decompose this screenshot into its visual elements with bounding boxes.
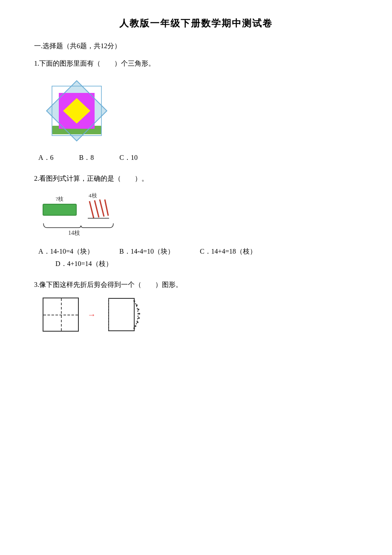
svg-point-17 — [138, 317, 140, 319]
question-2-image: ?枝 4枝 14枝 — [43, 192, 128, 239]
question-1-text: 1.下面的图形里面有（ ）个三角形。 — [34, 58, 358, 70]
svg-line-8 — [100, 199, 104, 217]
question-3-image: → — [43, 298, 358, 332]
question-3-text: 3.像下图这样先折后剪会得到一个（ ）图形。 — [34, 279, 358, 291]
question-2-text: 2.看图列式计算，正确的是（ ）。 — [34, 173, 358, 185]
option-1a: A．6 — [38, 153, 54, 162]
svg-rect-11 — [109, 298, 134, 331]
question-2-options: A．14-10=4（块） B．14-4=10（块） C．14+4=18（枝） D… — [34, 247, 358, 269]
page-title: 人教版一年级下册数学期中测试卷 — [34, 17, 358, 30]
svg-point-15 — [138, 309, 139, 310]
svg-line-6 — [89, 201, 94, 218]
pencil-sticks — [85, 198, 111, 219]
svg-point-20 — [133, 327, 135, 329]
option-2b: B．14-4=10（块） — [119, 247, 174, 256]
question-2: 2.看图列式计算，正确的是（ ）。 ?枝 4枝 14枝 — [34, 173, 358, 269]
fold-arrow: → — [87, 310, 96, 320]
pencil-box — [43, 204, 77, 216]
svg-point-13 — [133, 300, 135, 302]
option-2c: C．14+4=18（枝） — [200, 247, 257, 256]
option-1b: B．8 — [79, 153, 94, 162]
fold-result-container — [104, 298, 143, 332]
pencil-box-label: ?枝 — [43, 195, 77, 203]
svg-line-9 — [105, 199, 108, 216]
svg-point-19 — [135, 325, 136, 327]
fold-paper-left — [43, 298, 79, 332]
svg-point-18 — [137, 321, 138, 323]
svg-point-14 — [136, 304, 138, 306]
svg-line-7 — [95, 200, 99, 217]
brace-label: 14枝 — [68, 229, 80, 237]
fold-dashed-horizontal — [43, 315, 78, 315]
section1-header: 一.选择题（共6题，共12分） — [34, 42, 358, 51]
question-1: 1.下面的图形里面有（ ）个三角形。 A．6 B．8 C．10 — [34, 58, 358, 162]
option-1c: C．10 — [119, 153, 138, 162]
question-3: 3.像下图这样先折后剪会得到一个（ ）图形。 → — [34, 279, 358, 332]
svg-point-16 — [138, 313, 140, 315]
question-1-image — [43, 77, 111, 145]
option-2d: D．4+10=14（枝） — [55, 260, 112, 267]
option-2a: A．14-10=4（块） — [38, 247, 94, 256]
question-1-options: A．6 B．8 C．10 — [34, 153, 358, 162]
